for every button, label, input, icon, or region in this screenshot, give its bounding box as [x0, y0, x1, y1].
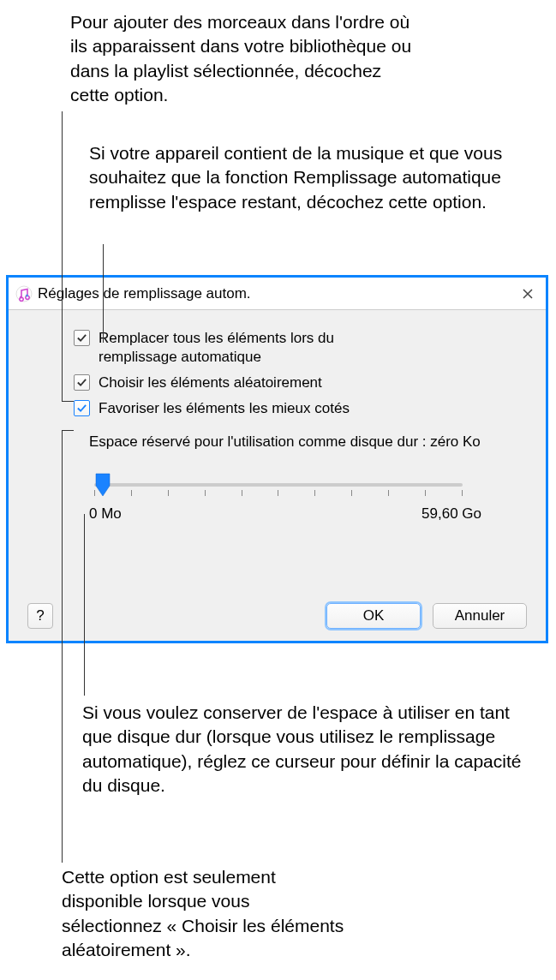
svg-point-2 — [26, 294, 28, 296]
svg-point-1 — [20, 296, 22, 298]
checkbox-row-random: Choisir les éléments aléatoirement — [74, 373, 522, 392]
close-icon — [522, 288, 534, 300]
callout-leader — [62, 430, 74, 431]
dialog-titlebar: Réglages de remplissage autom. — [9, 278, 546, 310]
callout-leader — [62, 430, 63, 863]
itunes-icon — [15, 285, 33, 302]
callout-text-2: Si votre appareil contient de la musique… — [89, 141, 543, 214]
slider-thumb[interactable] — [95, 473, 111, 499]
checkbox-row-favor-rated: Favoriser les éléments les mieux cotés — [74, 399, 522, 418]
dialog-title: Réglages de remplissage autom. — [38, 285, 251, 302]
callout-text-3: Si vous voulez conserver de l'espace à u… — [82, 701, 536, 798]
help-button[interactable]: ? — [27, 603, 53, 629]
checkbox-row-replace: Remplacer tous les éléments lors du remp… — [74, 329, 522, 367]
slider-min-label: 0 Mo — [89, 505, 122, 523]
cancel-button[interactable]: Annuler — [433, 603, 527, 629]
callout-leader — [62, 401, 74, 402]
callout-leader — [84, 514, 85, 696]
ok-button[interactable]: OK — [326, 603, 421, 629]
callout-text-4: Cette option est seulement disponible lo… — [62, 865, 353, 962]
slider-track — [94, 483, 463, 487]
checkmark-icon — [76, 332, 87, 344]
autofill-settings-dialog: Réglages de remplissage autom. Remplacer… — [6, 275, 548, 643]
checkbox-random-label: Choisir les éléments aléatoirement — [99, 373, 322, 392]
callout-leader — [103, 244, 104, 343]
checkbox-choose-randomly[interactable] — [74, 374, 90, 391]
slider-ticks — [94, 490, 463, 497]
callout-leader — [62, 111, 63, 401]
checkbox-favor-rated-label: Favoriser les éléments les mieux cotés — [99, 399, 350, 418]
reserve-space-label: Espace réservé pour l'utilisation comme … — [89, 433, 522, 451]
checkmark-icon — [76, 377, 87, 388]
close-button[interactable] — [517, 283, 539, 305]
slider-max-label: 59,60 Go — [421, 505, 481, 523]
reserve-space-slider[interactable]: 0 Mo 59,60 Go — [94, 469, 463, 521]
checkbox-favor-higher-rated[interactable] — [74, 400, 90, 416]
callout-text-1: Pour ajouter des morceaux dans l'ordre o… — [70, 10, 413, 107]
checkmark-icon — [76, 403, 87, 414]
checkbox-replace-all[interactable] — [74, 330, 90, 346]
checkbox-replace-label: Remplacer tous les éléments lors du remp… — [99, 329, 390, 367]
